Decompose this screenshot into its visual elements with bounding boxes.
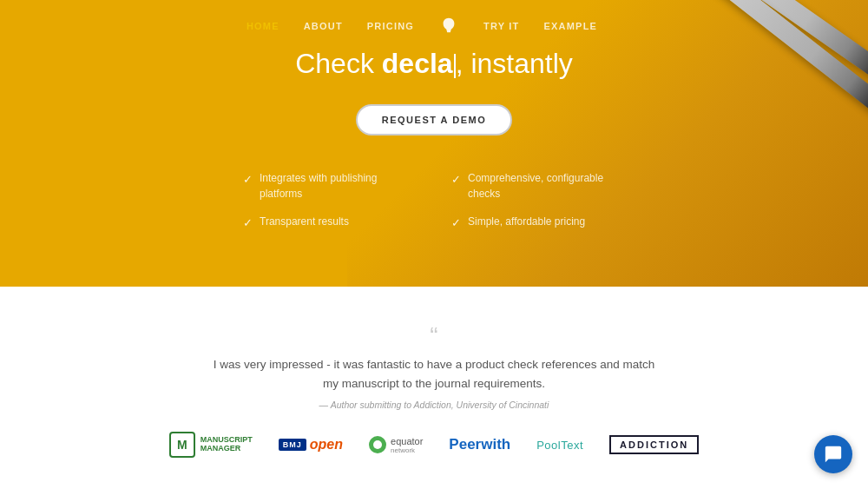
testimonial-attribution: — Author submitting to Addiction, Univer… [319,400,549,410]
peerwith-text: Peerwith [449,436,510,453]
nav-features[interactable]: TRY IT [483,21,519,31]
feature-text-2: Comprehensive, configurable checks [468,170,625,202]
hero-title-brand: decla [382,48,453,79]
logo-addiction: ADDICTION [609,429,699,460]
manuscript-manager-icon: M [169,432,195,458]
nav-about[interactable]: ABOUT [304,21,343,31]
hero-title-prefix: Check [295,48,382,79]
bmj-open-text: open [310,437,343,453]
logo-manuscript-manager: M MANUSCRIPTMANAGER [169,429,253,460]
check-icon-4: ✓ [451,215,461,232]
lower-section: “ I was very impressed - it was fantasti… [0,287,868,489]
brand-logo-icon [438,16,459,36]
equator-subtext: network [391,446,423,454]
check-icon-2: ✓ [451,171,461,188]
main-nav: HOME ABOUT PRICING TRY IT EXAMPLE [0,0,868,52]
manuscript-manager-label: MANUSCRIPTMANAGER [201,436,253,453]
check-icon-1: ✓ [243,171,253,188]
check-icon-3: ✓ [243,215,253,232]
equator-circle-icon [369,436,386,453]
feature-item-1: ✓ Integrates with publishing platforms [243,170,417,202]
hero-title-suffix: , instantly [456,48,573,79]
logo-pooltext: PoolText [536,429,583,460]
request-demo-button[interactable]: REQUEST A DEMO [356,104,512,135]
nav-home[interactable]: HOME [247,21,279,31]
features-grid: ✓ Integrates with publishing platforms ✓… [174,170,694,232]
testimonial-text: I was very impressed - it was fantastic … [208,355,660,393]
feature-item-2: ✓ Comprehensive, configurable checks [451,170,625,202]
chat-icon [824,445,843,464]
feature-item-4: ✓ Simple, affordable pricing [451,214,625,232]
logo-equator: equator network [369,429,423,460]
pooltext-text: PoolText [536,439,583,452]
addiction-text: ADDICTION [609,435,699,454]
nav-pricing[interactable]: PRICING [367,21,414,31]
hero-title: Check decla, instantly [295,48,573,80]
nav-tryit[interactable]: EXAMPLE [544,21,598,31]
logos-row: M MANUSCRIPTMANAGER BMJ open equator net… [169,429,699,460]
logo-bmj-open: BMJ open [279,429,343,460]
feature-text-1: Integrates with publishing platforms [260,170,417,202]
feature-text-3: Transparent results [260,214,349,229]
feature-item-3: ✓ Transparent results [243,214,417,232]
chat-button[interactable] [814,435,852,473]
quote-mark: “ [430,324,437,348]
feature-text-4: Simple, affordable pricing [468,214,585,229]
logo-peerwith: Peerwith [449,429,510,460]
bmj-box: BMJ [279,439,306,451]
equator-text: equator [391,436,423,446]
